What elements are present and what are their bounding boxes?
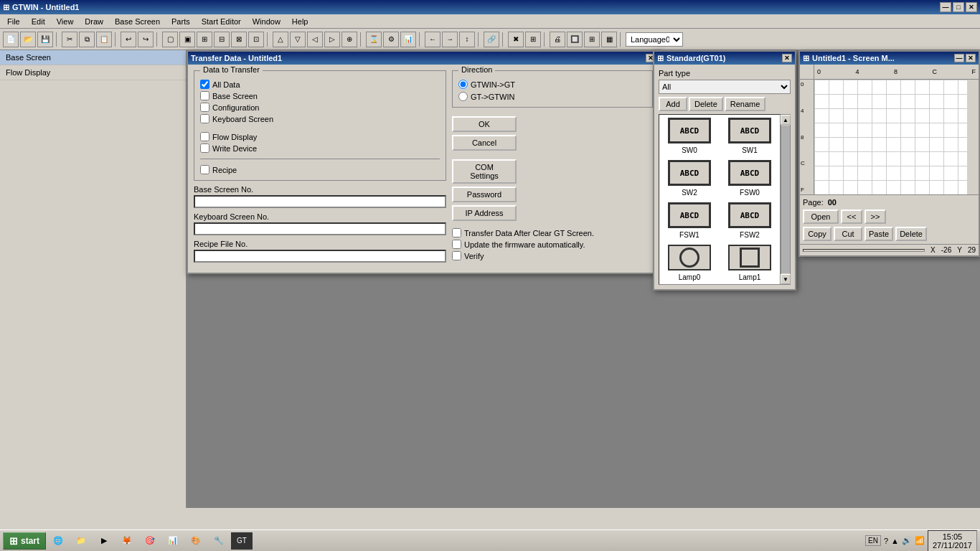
part-sw0[interactable]: ABCD SW0 bbox=[659, 115, 720, 157]
radio-gtwin-to-gt[interactable]: GTWIN->GT bbox=[458, 80, 646, 89]
radio-gt-to-gtwin[interactable]: GT->GTWIN bbox=[458, 92, 646, 101]
toolbar-b15[interactable]: ← bbox=[425, 32, 440, 47]
menu-parts[interactable]: Parts bbox=[166, 16, 196, 27]
screen-mgr-title-bar[interactable]: ⊞ Untitled1 - Screen M... — ✕ bbox=[800, 52, 979, 65]
title-bar-controls[interactable]: — □ ✕ bbox=[940, 2, 977, 12]
toolbar-print[interactable]: 🖨 bbox=[550, 32, 565, 47]
cb-transfer-clear[interactable]: Transfer Data After Clear GT Screen. bbox=[452, 228, 653, 237]
scroll-down-btn[interactable]: ▼ bbox=[781, 274, 791, 284]
toolbar-copy[interactable]: ⧉ bbox=[79, 32, 95, 47]
com-settings-button[interactable]: COM Settings bbox=[452, 159, 517, 184]
taskbar-media[interactable]: ▶ bbox=[93, 532, 115, 550]
canvas[interactable] bbox=[814, 80, 967, 194]
delete-screen-button[interactable]: Delete bbox=[895, 227, 927, 241]
taskbar-app2[interactable]: 🔧 bbox=[208, 532, 230, 550]
cb-all-data[interactable]: All Data bbox=[200, 80, 440, 89]
toolbar-b20[interactable]: ⊞ bbox=[525, 32, 541, 47]
toolbar-b7[interactable]: △ bbox=[273, 32, 288, 47]
menu-base-screen[interactable]: Base Screen bbox=[109, 16, 166, 27]
paste-button[interactable]: Paste bbox=[864, 227, 893, 241]
toolbar-b16[interactable]: → bbox=[442, 32, 458, 47]
toolbar-b4[interactable]: ⊟ bbox=[214, 32, 230, 47]
maximize-button[interactable]: □ bbox=[953, 2, 964, 12]
taskbar-help-icon[interactable]: ? bbox=[884, 537, 888, 545]
taskbar-speaker-icon[interactable]: 🔊 bbox=[902, 536, 912, 545]
sidebar-item-base-screen[interactable]: Base Screen bbox=[0, 50, 186, 65]
toolbar-open[interactable]: 📂 bbox=[20, 32, 36, 47]
cb-update-firmware[interactable]: Update the firmware automatically. bbox=[452, 240, 653, 249]
toolbar-b8[interactable]: ▽ bbox=[290, 32, 306, 47]
menu-view[interactable]: View bbox=[51, 16, 80, 27]
toolbar-b1[interactable]: ▢ bbox=[162, 32, 178, 47]
screen-mgr-close[interactable]: ✕ bbox=[966, 54, 976, 62]
part-fsw1[interactable]: ABCD FSW1 bbox=[659, 199, 720, 242]
screen-mgr-minimize[interactable]: — bbox=[954, 54, 964, 62]
taskbar-paint[interactable]: 🎨 bbox=[185, 532, 207, 550]
toolbar-paste[interactable]: 📋 bbox=[96, 32, 112, 47]
part-sw1[interactable]: ABCD SW1 bbox=[720, 115, 780, 157]
close-button[interactable]: ✕ bbox=[966, 2, 977, 12]
copy-button[interactable]: Copy bbox=[803, 227, 831, 241]
cb-keyboard-screen[interactable]: Keyboard Screen bbox=[200, 114, 440, 123]
recipe-file-no-input[interactable] bbox=[194, 250, 446, 263]
part-type-select[interactable]: All bbox=[659, 80, 791, 94]
menu-edit[interactable]: Edit bbox=[26, 16, 51, 27]
toolbar-new[interactable]: 📄 bbox=[3, 32, 19, 47]
toolbar-b12[interactable]: ⌛ bbox=[366, 32, 382, 47]
toolbar-b22[interactable]: ⊞ bbox=[584, 32, 600, 47]
taskbar-app3[interactable]: GT bbox=[231, 532, 253, 550]
cb-configuration[interactable]: Configuration bbox=[200, 103, 440, 112]
part-fsw0[interactable]: ABCD FSW0 bbox=[720, 157, 780, 199]
toolbar-b18[interactable]: 🔗 bbox=[484, 32, 499, 47]
toolbar-b11[interactable]: ⊕ bbox=[341, 32, 357, 47]
toolbar-save[interactable]: 💾 bbox=[37, 32, 53, 47]
scroll-track[interactable] bbox=[781, 126, 790, 273]
standard-dialog-close[interactable]: ✕ bbox=[782, 54, 792, 62]
password-button[interactable]: Password bbox=[452, 187, 517, 202]
ok-button[interactable]: OK bbox=[452, 116, 517, 132]
taskbar-excel[interactable]: 📊 bbox=[162, 532, 184, 550]
taskbar-up-arrow[interactable]: ▲ bbox=[891, 537, 899, 545]
cb-flow-display[interactable]: Flow Display bbox=[200, 132, 440, 141]
toolbar-b23[interactable]: ▦ bbox=[601, 32, 617, 47]
toolbar-b17[interactable]: ↕ bbox=[459, 32, 475, 47]
cb-recipe[interactable]: Recipe bbox=[200, 165, 440, 174]
part-fsw2[interactable]: ABCD FSW2 bbox=[720, 199, 780, 242]
cb-verify[interactable]: Verify bbox=[452, 251, 653, 260]
toolbar-b13[interactable]: ⚙ bbox=[383, 32, 399, 47]
part-lamp0[interactable]: Lamp0 bbox=[659, 242, 720, 284]
toolbar-b6[interactable]: ⊡ bbox=[248, 32, 264, 47]
base-screen-no-input[interactable] bbox=[194, 195, 446, 208]
next-button[interactable]: >> bbox=[864, 209, 886, 224]
toolbar-cut[interactable]: ✂ bbox=[62, 32, 77, 47]
cancel-button[interactable]: Cancel bbox=[452, 135, 517, 151]
transfer-dialog-title-bar[interactable]: Transfer Data - Untitled1 ✕ bbox=[188, 52, 659, 65]
toolbar-b14[interactable]: 📊 bbox=[400, 32, 416, 47]
toolbar-b2[interactable]: ▣ bbox=[179, 32, 195, 47]
toolbar-b9[interactable]: ◁ bbox=[307, 32, 323, 47]
rename-button[interactable]: Rename bbox=[725, 97, 766, 111]
taskbar-app1[interactable]: 🎯 bbox=[139, 532, 161, 550]
menu-file[interactable]: File bbox=[1, 16, 26, 27]
keyboard-screen-no-input[interactable] bbox=[194, 222, 446, 235]
toolbar-b19[interactable]: ✖ bbox=[508, 32, 524, 47]
prev-button[interactable]: << bbox=[841, 209, 862, 224]
taskbar-ie[interactable]: 🌐 bbox=[47, 532, 69, 550]
toolbar-b10[interactable]: ▷ bbox=[324, 32, 340, 47]
scroll-up-btn[interactable]: ▲ bbox=[781, 115, 791, 125]
delete-button[interactable]: Delete bbox=[689, 97, 723, 111]
menu-help[interactable]: Help bbox=[286, 16, 314, 27]
parts-scrollbar[interactable]: ▲ ▼ bbox=[781, 114, 791, 285]
toolbar-undo[interactable]: ↩ bbox=[121, 32, 136, 47]
sidebar-item-flow-display[interactable]: Flow Display bbox=[0, 65, 186, 80]
parts-grid[interactable]: ABCD SW0 ABCD SW1 ABCD SW2 AB bbox=[659, 114, 781, 285]
cut-button[interactable]: Cut bbox=[834, 227, 862, 241]
ip-address-button[interactable]: IP Address bbox=[452, 205, 517, 221]
open-button[interactable]: Open bbox=[803, 209, 839, 224]
start-button[interactable]: ⊞ start bbox=[3, 532, 46, 550]
taskbar-firefox[interactable]: 🦊 bbox=[116, 532, 138, 550]
cb-base-screen[interactable]: Base Screen bbox=[200, 91, 440, 100]
toolbar-redo[interactable]: ↪ bbox=[138, 32, 154, 47]
menu-start-editor[interactable]: Start Editor bbox=[196, 16, 247, 27]
cb-write-device[interactable]: Write Device bbox=[200, 143, 440, 153]
